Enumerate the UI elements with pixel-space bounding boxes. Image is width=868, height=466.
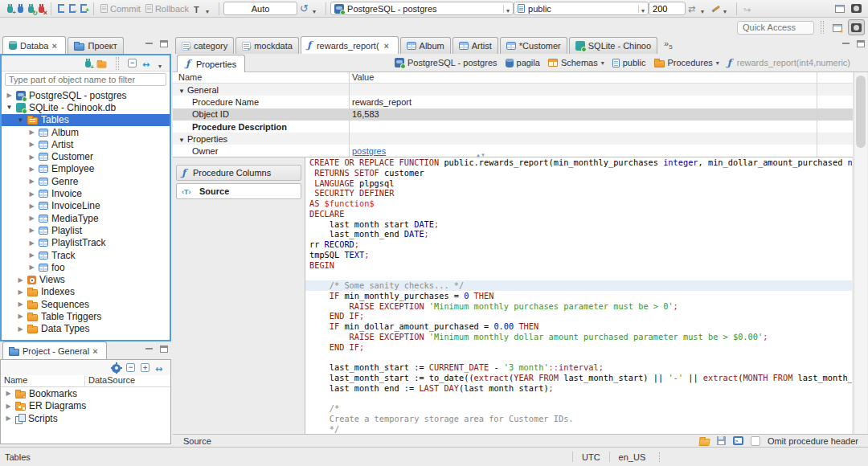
new-sql-editor-button[interactable] [78, 3, 89, 14]
new-folder-icon[interactable] [97, 61, 107, 67]
expand-arrow-icon[interactable]: ▶ [27, 227, 36, 234]
tree-item-track[interactable]: ▶Track [2, 249, 170, 261]
grid-row-object-id[interactable]: Object ID16,583 [173, 108, 853, 121]
tabs-overflow-indicator[interactable]: »5 [664, 39, 673, 51]
expand-arrow-icon[interactable]: ▶ [27, 202, 36, 210]
column-header-name[interactable]: Name [1, 375, 85, 386]
tree-item-invoiceline[interactable]: ▶InvoiceLine [2, 200, 170, 212]
tree-item-customer[interactable]: ▶Customer [2, 150, 170, 162]
gear-icon[interactable] [112, 364, 121, 373]
nav-tree[interactable]: ▶PostgreSQL - postgres▼SQLite - Chinook.… [2, 89, 170, 340]
grid-row-owner[interactable]: Ownerpostgres [173, 145, 853, 157]
load-from-file-icon[interactable] [698, 439, 710, 446]
project-items[interactable]: ▶Bookmarks▶ER Diagrams▶Scripts [1, 387, 170, 425]
expand-arrow-icon[interactable]: ▶ [27, 153, 36, 161]
tree-item-genre[interactable]: ▶Genre [2, 175, 170, 187]
scrollbar-thumb[interactable] [856, 76, 866, 148]
expand-arrow-icon[interactable]: ▶ [27, 129, 36, 136]
sql-editor-button[interactable] [55, 3, 67, 14]
collapse-arrow-icon[interactable]: ▼ [178, 88, 185, 95]
tree-item-employee[interactable]: ▶Employee [2, 163, 170, 175]
minimize-icon[interactable] [145, 40, 154, 47]
compare-button[interactable] [710, 3, 732, 14]
breadcrumb-item-procedures[interactable]: Procedures▾ [654, 58, 719, 67]
maximize-icon[interactable] [160, 40, 168, 47]
expand-arrow-icon[interactable]: ▶ [27, 141, 36, 148]
transaction-history-button[interactable] [297, 2, 321, 14]
minimize-icon[interactable] [842, 40, 850, 47]
tree-item-table-triggers[interactable]: ▶Table Triggers [2, 310, 170, 322]
view-menu-icon[interactable] [158, 59, 165, 67]
column-divider[interactable] [349, 72, 350, 157]
new-connection-button[interactable] [5, 3, 15, 14]
editor-tab-rewards-report[interactable]: rewards_report( [301, 36, 399, 54]
quick-access-input[interactable] [737, 21, 814, 35]
fetch-size-input[interactable] [649, 2, 686, 15]
active-schema-combo[interactable]: public [514, 2, 649, 15]
editor-tab-customer[interactable]: *Customer [500, 37, 567, 54]
tree-item-data-types[interactable]: ▶Data Types [2, 323, 170, 335]
minimize-icon[interactable] [145, 345, 154, 353]
rollback-button[interactable]: Rollback [143, 3, 191, 14]
recent-sql-editor-button[interactable] [67, 3, 78, 14]
chevron-down-icon[interactable]: ▾ [601, 59, 604, 67]
breadcrumb-item-postgresql-postgres[interactable]: PostgreSQL - postgres [395, 58, 497, 67]
collapse-all-icon[interactable] [126, 363, 135, 372]
tab-database-navigator[interactable]: Databa [2, 36, 66, 54]
expand-all-icon[interactable] [141, 363, 149, 372]
breadcrumb-item-rewards-report-int4-numeric[interactable]: rewards_report(int4,numeric) [727, 58, 850, 68]
property-value[interactable]: postgres [349, 146, 386, 156]
expand-arrow-icon[interactable]: ▶ [4, 403, 13, 410]
expand-arrow-icon[interactable]: ▶ [27, 251, 36, 259]
open-perspective-button[interactable] [830, 20, 845, 35]
object-filter-input[interactable] [5, 73, 166, 86]
grid-row-procedure-name[interactable]: Procedure Namerewards_report [173, 96, 853, 108]
tree-item-playlisttrack[interactable]: ▶PlaylistTrack [2, 237, 170, 249]
project-item-scripts[interactable]: ▶Scripts [1, 412, 170, 425]
chevron-down-icon[interactable]: ▾ [716, 59, 719, 67]
editor-tab-mockdata[interactable]: mockdata [235, 37, 299, 54]
expand-arrow-icon[interactable]: ▶ [4, 415, 13, 422]
breadcrumb-item-pagila[interactable]: pagila [506, 58, 540, 67]
breadcrumb-item-schemas[interactable]: Schemas▾ [548, 58, 604, 67]
editor-tab-album[interactable]: Album [400, 37, 451, 54]
grid-row-procedure-description[interactable]: Procedure Description [173, 121, 853, 133]
editor-tab-sqlite-chinoo[interactable]: SQLite - Chinoo [569, 37, 657, 54]
tree-item-sequences[interactable]: ▶Sequences [2, 298, 170, 310]
tree-item-playlist[interactable]: ▶Playlist [2, 224, 170, 236]
source-code-editor[interactable]: CREATE OR REPLACE FUNCTION public.reward… [305, 157, 852, 434]
close-icon[interactable] [51, 41, 59, 50]
locale-indicator[interactable]: en_US [610, 452, 655, 462]
tree-item-indexes[interactable]: ▶Indexes [2, 286, 170, 298]
project-item-er-diagrams[interactable]: ▶ER Diagrams [1, 400, 170, 413]
reconnect-button[interactable] [26, 3, 36, 14]
save-to-file-icon[interactable] [717, 436, 726, 445]
tree-item-tables[interactable]: ▼Tables [2, 114, 170, 126]
expand-arrow-icon[interactable]: ▶ [27, 178, 36, 185]
close-icon[interactable] [384, 41, 392, 50]
redo-button[interactable] [741, 3, 755, 14]
project-item-bookmarks[interactable]: ▶Bookmarks [1, 387, 170, 400]
commit-button[interactable]: Commit [98, 3, 143, 14]
side-tab-procedure-columns[interactable]: Procedure Columns [176, 165, 301, 181]
side-tab-source[interactable]: Source [176, 183, 301, 199]
collapse-arrow-icon[interactable]: ▼ [178, 137, 185, 144]
expand-arrow-icon[interactable]: ▶ [16, 276, 25, 284]
omit-header-checkbox[interactable] [751, 436, 760, 446]
collapse-all-icon[interactable] [128, 59, 137, 67]
link-with-editor-icon[interactable] [142, 59, 153, 68]
maximize-icon[interactable] [857, 40, 865, 47]
tree-item-artist[interactable]: ▶Artist [2, 138, 170, 150]
editor-tab-category[interactable]: category [175, 37, 234, 54]
tree-item-invoice[interactable]: ▶Invoice [2, 187, 170, 199]
expand-arrow-icon[interactable]: ▶ [16, 300, 25, 308]
expand-arrow-icon[interactable]: ▶ [4, 390, 13, 397]
expand-arrow-icon[interactable]: ▶ [27, 190, 36, 198]
close-icon[interactable] [92, 346, 100, 355]
editor-tab-artist[interactable]: Artist [452, 37, 498, 54]
refresh-button[interactable] [686, 2, 710, 14]
timezone-indicator[interactable]: UTC [573, 452, 609, 462]
tree-item-postgresql-postgres[interactable]: ▶PostgreSQL - postgres [2, 89, 170, 101]
expand-arrow-icon[interactable]: ▶ [16, 313, 25, 320]
tree-item-mediatype[interactable]: ▶MediaType [2, 212, 170, 224]
